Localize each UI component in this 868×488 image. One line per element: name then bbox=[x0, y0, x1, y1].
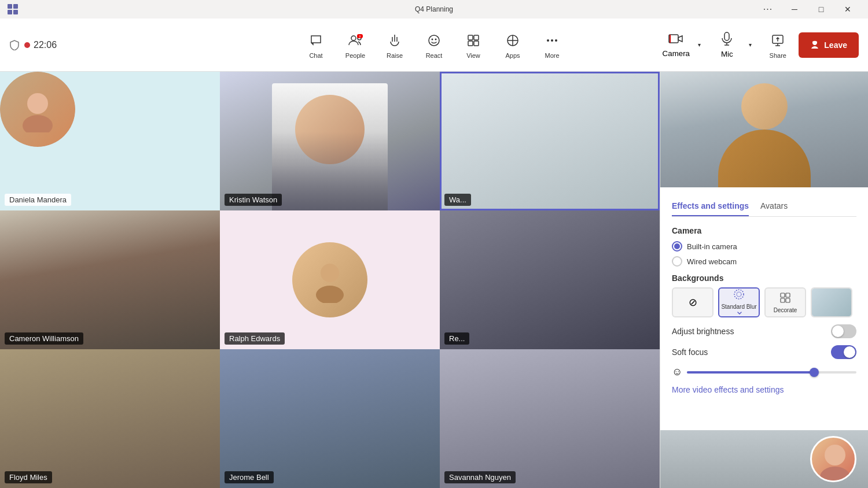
bg-option-none[interactable]: ⊘ bbox=[672, 287, 713, 317]
main-content: Daniela Mandera Kristin Watson Wa... Cam… bbox=[0, 72, 868, 488]
chat-button[interactable]: Chat bbox=[297, 24, 334, 66]
timer-display: 22:06 bbox=[34, 40, 57, 50]
leave-button[interactable]: Leave bbox=[799, 32, 859, 58]
app-icon bbox=[7, 3, 19, 15]
participant-name-wayne: Wa... bbox=[444, 194, 471, 206]
more-icon bbox=[543, 31, 561, 50]
video-grid: Daniela Mandera Kristin Watson Wa... Cam… bbox=[0, 72, 660, 488]
panel-video-preview bbox=[660, 72, 868, 187]
effects-settings-panel: Effects and settings Avatars Camera Buil… bbox=[660, 72, 868, 488]
camera-button[interactable]: Camera bbox=[660, 24, 692, 66]
maximize-btn[interactable]: □ bbox=[808, 0, 834, 19]
camera-section-title: Camera bbox=[672, 226, 856, 235]
svg-point-8 bbox=[429, 35, 439, 46]
slider-fill bbox=[687, 371, 814, 374]
participant-cell-daniela: Daniela Mandera bbox=[0, 72, 220, 210]
soft-focus-toggle[interactable] bbox=[831, 345, 856, 359]
radio-inner bbox=[674, 243, 680, 249]
camera-wired-radio[interactable] bbox=[672, 256, 682, 267]
soft-focus-slider-row: ☺ bbox=[672, 366, 856, 378]
svg-point-19 bbox=[551, 39, 553, 42]
record-dot bbox=[24, 42, 30, 48]
participant-name-re: Re... bbox=[444, 332, 469, 345]
more-options-btn[interactable]: ··· bbox=[755, 0, 781, 19]
camera-builtin-radio[interactable] bbox=[672, 241, 682, 252]
participant-cell-cameron: Cameron Williamson bbox=[0, 210, 220, 349]
participant-cell-kristin: Kristin Watson bbox=[220, 72, 440, 210]
mic-button[interactable]: Mic bbox=[711, 24, 743, 66]
toggle-thumb-soft-focus bbox=[844, 346, 855, 358]
svg-rect-11 bbox=[468, 35, 473, 40]
minimize-btn[interactable]: ─ bbox=[781, 0, 808, 19]
view-icon bbox=[464, 31, 483, 50]
raise-button[interactable]: Raise bbox=[376, 24, 413, 66]
camera-label: Camera bbox=[663, 49, 690, 58]
window-title: Q4 Planning bbox=[415, 5, 453, 13]
participant-name-savannah: Savannah Nguyen bbox=[444, 471, 516, 483]
mic-icon bbox=[720, 32, 733, 47]
participant-name-jerome: Jerome Bell bbox=[225, 471, 274, 483]
title-bar: Q4 Planning ··· ─ □ ✕ bbox=[0, 0, 868, 19]
react-button[interactable]: React bbox=[415, 24, 453, 66]
decorate-label: Decorate bbox=[774, 307, 797, 313]
bg-option-blur[interactable]: Standard Blur bbox=[718, 287, 760, 317]
backgrounds-options: ⊘ Standard Blur bbox=[672, 287, 856, 317]
react-label: React bbox=[426, 52, 443, 59]
shield-icon bbox=[9, 40, 20, 50]
mic-button-group: Mic ▾ bbox=[711, 24, 757, 66]
share-button[interactable]: Share bbox=[762, 24, 794, 66]
participant-name-floyd: Floyd Miles bbox=[5, 471, 52, 483]
svg-text:9: 9 bbox=[359, 35, 361, 38]
people-icon: 9 bbox=[346, 31, 365, 50]
more-effects-link[interactable]: More video effects and settings bbox=[672, 385, 856, 394]
camera-wired-label: Wired webcam bbox=[687, 257, 737, 266]
more-button[interactable]: More bbox=[534, 24, 571, 66]
view-button[interactable]: View bbox=[455, 24, 492, 66]
tab-effects-settings[interactable]: Effects and settings bbox=[672, 197, 749, 216]
close-btn[interactable]: ✕ bbox=[834, 0, 861, 19]
svg-point-20 bbox=[555, 39, 557, 42]
view-label: View bbox=[466, 52, 480, 59]
apps-button[interactable]: Apps bbox=[494, 24, 531, 66]
toolbar-right: Camera ▾ Mic ▾ bbox=[660, 24, 859, 66]
adjust-brightness-label: Adjust brightness bbox=[672, 327, 734, 336]
more-label: More bbox=[545, 52, 559, 59]
window-controls: ··· ─ □ ✕ bbox=[755, 0, 861, 19]
svg-rect-34 bbox=[786, 293, 790, 297]
camera-builtin-label: Built-in camera bbox=[687, 242, 737, 251]
panel-tabs: Effects and settings Avatars bbox=[672, 197, 856, 217]
bg-option-decorate[interactable]: Decorate bbox=[764, 287, 806, 317]
participant-cell-re: Re... bbox=[440, 210, 660, 349]
slider-thumb[interactable] bbox=[810, 368, 819, 377]
svg-rect-3 bbox=[13, 10, 18, 14]
mic-chevron-button[interactable]: ▾ bbox=[743, 24, 757, 66]
svg-point-10 bbox=[435, 38, 437, 40]
camera-wired-option[interactable]: Wired webcam bbox=[672, 256, 856, 267]
bg-option-room[interactable] bbox=[811, 287, 852, 317]
decorate-icon bbox=[779, 292, 791, 306]
adjust-brightness-toggle[interactable] bbox=[831, 324, 856, 338]
people-button[interactable]: 9 People bbox=[337, 24, 374, 66]
participant-cell-savannah: Savannah Nguyen bbox=[440, 349, 660, 488]
camera-chevron-button[interactable]: ▾ bbox=[692, 24, 706, 66]
backgrounds-section-title: Backgrounds bbox=[672, 273, 856, 283]
raise-label: Raise bbox=[387, 52, 403, 59]
share-label: Share bbox=[770, 52, 786, 59]
camera-icon bbox=[668, 32, 683, 47]
svg-rect-33 bbox=[781, 293, 785, 297]
camera-builtin-option[interactable]: Built-in camera bbox=[672, 241, 856, 252]
svg-rect-1 bbox=[13, 4, 18, 9]
soft-focus-slider-track[interactable] bbox=[687, 371, 856, 374]
svg-rect-12 bbox=[474, 35, 479, 40]
meeting-toolbar: 22:06 Chat 9 bbox=[0, 19, 868, 72]
participant-name-ralph: Ralph Edwards bbox=[225, 332, 285, 345]
svg-point-37 bbox=[825, 445, 845, 465]
svg-rect-35 bbox=[781, 298, 785, 302]
tab-avatars[interactable]: Avatars bbox=[760, 197, 788, 216]
soft-focus-label: Soft focus bbox=[672, 347, 708, 357]
apps-icon bbox=[503, 31, 522, 50]
soft-focus-row: Soft focus bbox=[672, 345, 856, 359]
chat-label: Chat bbox=[309, 52, 322, 59]
svg-rect-13 bbox=[468, 41, 473, 46]
share-icon bbox=[768, 31, 787, 50]
